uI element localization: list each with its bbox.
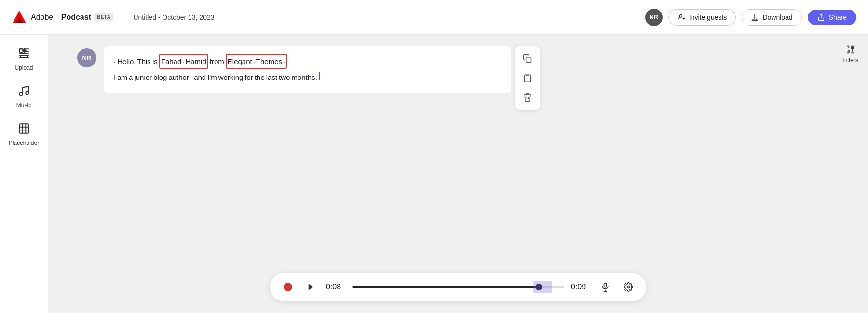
download-button[interactable]: Download xyxy=(742,9,801,26)
microphone-button[interactable] xyxy=(597,279,613,295)
word-months: months. xyxy=(291,71,317,84)
highlight-fahad-hamid: Fahad · Hamid xyxy=(159,54,208,69)
clipboard-icon xyxy=(523,73,532,83)
word-themes: Themes xyxy=(256,55,282,68)
word-for: for xyxy=(244,71,253,84)
speaker-avatar: NR xyxy=(77,48,96,67)
microphone-icon xyxy=(600,282,610,292)
filters-label: Filters xyxy=(842,57,858,64)
word-from: from xyxy=(210,55,224,68)
progress-highlight xyxy=(533,281,552,293)
upload-icon xyxy=(18,47,30,63)
beta-badge: BETA xyxy=(94,13,113,21)
word-fahad: Fahad xyxy=(161,55,182,68)
app-logo: Adobe Podcast BETA xyxy=(12,10,113,25)
editor-area: NR · Hello. This is Fahad · Hamid xyxy=(48,35,868,265)
transcript-content[interactable]: · Hello. This is Fahad · Hamid from Eleg… xyxy=(104,46,511,93)
trash-icon xyxy=(523,92,532,102)
placeholder-label: Placeholder xyxy=(9,140,39,146)
side-toolbar xyxy=(515,46,540,110)
word-working: working xyxy=(218,71,244,84)
clipboard-button[interactable] xyxy=(519,69,536,87)
progress-track[interactable] xyxy=(352,286,564,288)
record-dot xyxy=(284,283,292,291)
word-and: and xyxy=(194,71,206,84)
copy-button[interactable] xyxy=(519,50,536,67)
transcript-line-1: · Hello. This is Fahad · Hamid from Eleg… xyxy=(114,54,502,69)
word-junior: junior xyxy=(134,71,152,84)
svg-rect-5 xyxy=(752,20,758,20)
word-a: a xyxy=(129,71,133,84)
copy-icon xyxy=(523,54,532,64)
word-im: I'm xyxy=(207,71,217,84)
svg-point-24 xyxy=(627,286,630,288)
person-add-icon xyxy=(678,13,685,21)
dot-middle-1: · xyxy=(182,55,184,68)
upload-label: Upload xyxy=(14,65,33,71)
delete-button[interactable] xyxy=(519,89,536,106)
transcript-line-2: I am a junior blog author · and I'm work… xyxy=(114,71,502,84)
header: Adobe Podcast BETA Untitled - October 13… xyxy=(0,0,868,35)
svg-marker-20 xyxy=(309,284,314,290)
word-this: This xyxy=(137,55,151,68)
content-area: Filters NR · Hello. This is Fahad · xyxy=(48,35,868,313)
word-hello: Hello. xyxy=(117,55,136,68)
record-button[interactable] xyxy=(280,279,296,295)
word-the: the xyxy=(255,71,265,84)
sidebar: Upload Music Pla xyxy=(0,35,48,313)
svg-point-9 xyxy=(19,92,23,96)
download-icon xyxy=(751,13,759,21)
sidebar-item-upload[interactable]: Upload xyxy=(5,42,43,76)
word-am: am xyxy=(117,71,127,84)
word-two: two xyxy=(279,71,290,84)
svg-rect-18 xyxy=(526,57,531,63)
filters-button[interactable]: Filters xyxy=(842,44,858,64)
svg-rect-21 xyxy=(604,283,607,287)
word-i: I xyxy=(114,71,116,84)
invite-guests-button[interactable]: Invite guests xyxy=(668,9,736,26)
main-layout: Upload Music Pla xyxy=(0,35,868,313)
share-icon xyxy=(817,13,825,21)
settings-button[interactable] xyxy=(620,279,637,295)
word-blog: blog xyxy=(153,71,167,84)
player-bar: 0:08 0:09 xyxy=(270,273,646,301)
user-avatar: NR xyxy=(645,9,663,26)
music-label: Music xyxy=(16,102,31,109)
settings-icon xyxy=(624,282,633,292)
word-elegant: Elegant xyxy=(228,55,252,68)
app-name: Adobe Podcast BETA xyxy=(31,13,113,22)
adobe-logo-icon xyxy=(12,10,27,25)
header-actions: NR Invite guests Download Share xyxy=(645,9,856,26)
dot-middle-2: · xyxy=(253,55,255,68)
word-author: author xyxy=(168,71,189,84)
text-cursor xyxy=(319,72,320,80)
play-icon xyxy=(307,283,315,291)
music-icon xyxy=(18,85,30,100)
play-button[interactable] xyxy=(303,279,319,295)
sidebar-item-placeholder[interactable]: Placeholder xyxy=(5,117,43,151)
total-time: 0:09 xyxy=(571,283,590,291)
project-title: Untitled - October 13, 2023 xyxy=(133,13,214,21)
word-is: is xyxy=(152,55,158,68)
share-button[interactable]: Share xyxy=(808,10,856,25)
transcript-block: NR · Hello. This is Fahad · Hamid xyxy=(77,46,511,93)
progress-fill xyxy=(352,286,539,288)
sidebar-item-music[interactable]: Music xyxy=(5,80,43,114)
placeholder-icon xyxy=(18,122,30,138)
highlight-elegant-themes: Elegant · Themes · xyxy=(226,54,287,69)
dot-after-author: · xyxy=(190,71,192,84)
word-last: last xyxy=(266,71,277,84)
header-divider xyxy=(123,12,123,23)
dot-end-themes: · xyxy=(283,55,285,68)
svg-rect-19 xyxy=(526,74,529,76)
filters-icon xyxy=(845,44,856,55)
svg-point-10 xyxy=(26,91,29,95)
svg-point-2 xyxy=(679,14,682,17)
word-dot-1: · xyxy=(114,55,116,68)
word-hamid: Hamid xyxy=(185,55,206,68)
current-time: 0:08 xyxy=(326,283,345,291)
svg-rect-11 xyxy=(19,124,29,133)
